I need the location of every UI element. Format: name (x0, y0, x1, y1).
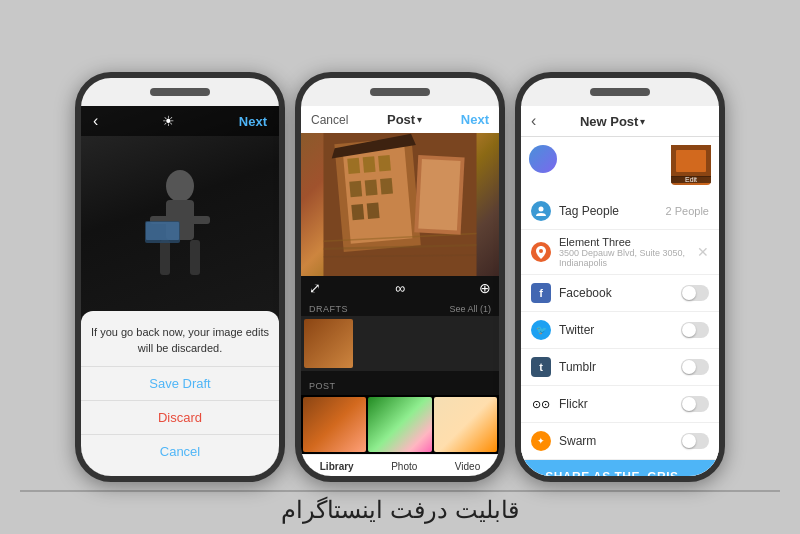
flickr-icon: ⊙⊙ (531, 394, 551, 414)
location-info: Element Three 3500 Depauw Blvd, Suite 30… (559, 236, 697, 268)
svg-rect-13 (378, 155, 391, 171)
bottom-divider (20, 490, 780, 492)
phones-area: ‹ ☀ Next (75, 0, 725, 482)
dialog-message: If you go back now, your image edits wil… (91, 325, 269, 356)
user-avatar (529, 145, 557, 173)
post-arrow-icon: ▾ (417, 114, 422, 125)
location-row[interactable]: Element Three 3500 Depauw Blvd, Suite 30… (521, 230, 719, 275)
svg-rect-14 (349, 181, 362, 197)
twitter-label: Twitter (559, 323, 681, 337)
svg-rect-5 (190, 240, 200, 275)
video-tab[interactable]: Video (455, 461, 480, 472)
location-address: 3500 Depauw Blvd, Suite 3050, Indianapol… (559, 248, 697, 268)
tumblr-row: t Tumblr (521, 349, 719, 386)
more-arrow-icon[interactable]: ▾ (640, 116, 645, 127)
svg-rect-18 (367, 203, 380, 219)
thumbnail-3[interactable] (434, 397, 497, 452)
save-draft-button[interactable]: Save Draft (91, 367, 269, 400)
thumb-image (671, 145, 711, 177)
post-section-header: POST (301, 371, 499, 395)
phone3-topbar: ‹ New Post ▾ (521, 106, 719, 137)
main-photo (301, 133, 499, 276)
share-button[interactable]: SHARE AS THE_GRIS → (521, 460, 719, 476)
swarm-label: Swarm (559, 434, 681, 448)
drafts-section-header: DRAFTS See All (1) (301, 300, 499, 316)
phone1-topbar: ‹ ☀ Next (81, 106, 279, 136)
tumblr-label: Tumblr (559, 360, 681, 374)
expand-icon[interactable]: ⤢ (309, 280, 321, 296)
sun-icon: ☀ (162, 113, 175, 129)
dialog-box: If you go back now, your image edits wil… (81, 311, 279, 476)
facebook-toggle[interactable] (681, 285, 709, 301)
back-button[interactable]: ‹ (531, 112, 536, 130)
phone-2: Cancel Post ▾ Next (295, 72, 505, 482)
svg-rect-16 (380, 178, 393, 194)
post-label: POST (309, 381, 336, 391)
twitter-toggle[interactable] (681, 322, 709, 338)
user-row: Edit (521, 137, 719, 193)
post-thumbnails (301, 395, 499, 454)
swarm-icon: ✦ (531, 431, 551, 451)
edit-thumbnail[interactable]: Edit (671, 145, 711, 185)
bottom-nav: Library Photo Video (301, 454, 499, 476)
clear-location-button[interactable]: ✕ (697, 244, 709, 260)
discard-button[interactable]: Discard (91, 401, 269, 434)
svg-rect-3 (190, 216, 210, 224)
edit-label: Edit (671, 176, 711, 183)
facebook-row: f Facebook (521, 275, 719, 312)
swarm-toggle[interactable] (681, 433, 709, 449)
tag-people-label: Tag People (559, 204, 666, 218)
drafts-label: DRAFTS (309, 304, 348, 314)
layers-icon[interactable]: ⊕ (479, 280, 491, 296)
tag-people-row[interactable]: Tag People 2 People (521, 193, 719, 230)
thumbnail-2[interactable] (368, 397, 431, 452)
tumblr-icon: t (531, 357, 551, 377)
building-svg (301, 133, 499, 276)
flickr-toggle[interactable] (681, 396, 709, 412)
persian-title: قابلیت درفت اینستاگرام (20, 496, 780, 524)
phone-1: ‹ ☀ Next (75, 72, 285, 482)
tag-people-icon (531, 201, 551, 221)
drafts-row (301, 316, 499, 371)
svg-rect-4 (160, 240, 170, 275)
flickr-label: Flickr (559, 397, 681, 411)
svg-rect-7 (146, 222, 179, 240)
thumbnail-1[interactable] (303, 397, 366, 452)
library-tab[interactable]: Library (320, 461, 354, 472)
svg-rect-12 (363, 156, 376, 172)
infinity-icon[interactable]: ∞ (395, 280, 405, 296)
phone2-topbar: Cancel Post ▾ Next (301, 106, 499, 133)
location-icon (531, 242, 551, 262)
phone2-screen: Cancel Post ▾ Next (301, 106, 499, 476)
svg-rect-11 (347, 158, 360, 174)
post-title: Post (387, 112, 415, 127)
svg-point-27 (539, 207, 544, 212)
flickr-row: ⊙⊙ Flickr (521, 386, 719, 423)
photo-controls: ⤢ ∞ ⊕ (301, 276, 499, 300)
svg-point-0 (166, 170, 194, 202)
photo-tab[interactable]: Photo (391, 461, 417, 472)
tumblr-toggle[interactable] (681, 359, 709, 375)
tag-people-count: 2 People (666, 205, 709, 217)
facebook-icon: f (531, 283, 551, 303)
svg-point-28 (539, 249, 543, 253)
location-name: Element Three (559, 236, 697, 248)
next-button[interactable]: Next (239, 114, 267, 129)
twitter-icon: 🐦 (531, 320, 551, 340)
cancel-button[interactable]: Cancel (311, 113, 348, 127)
bottom-section: قابلیت درفت اینستاگرام (0, 482, 800, 534)
new-post-title: New Post (580, 114, 639, 129)
svg-rect-24 (418, 159, 460, 230)
person-silhouette (140, 166, 220, 296)
phone3-screen: ‹ New Post ▾ Edit (521, 106, 719, 476)
phone1-screen: ‹ ☀ Next (81, 106, 279, 476)
see-all-drafts[interactable]: See All (1) (449, 304, 491, 314)
twitter-row: 🐦 Twitter (521, 312, 719, 349)
svg-rect-26 (676, 150, 706, 172)
svg-rect-17 (351, 204, 364, 220)
cancel-button[interactable]: Cancel (91, 435, 269, 468)
draft-thumbnail[interactable] (304, 319, 353, 368)
next-button[interactable]: Next (461, 112, 489, 127)
tag-icon (535, 205, 547, 217)
back-arrow-icon[interactable]: ‹ (93, 112, 98, 130)
